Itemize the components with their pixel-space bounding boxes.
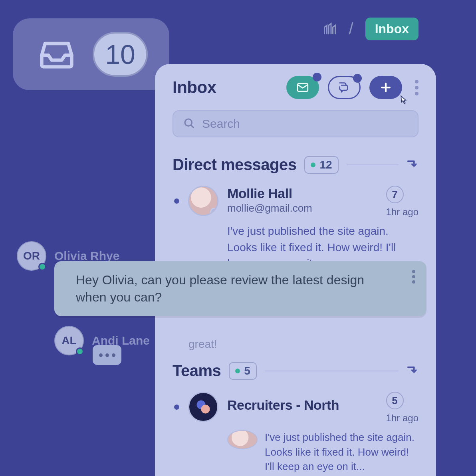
breadcrumb-current[interactable]: Inbox: [365, 18, 418, 40]
search-input[interactable]: [202, 117, 408, 131]
inbox-tray-icon: [37, 34, 77, 75]
message-more-button[interactable]: [412, 270, 415, 284]
message-time: 1hr ago: [386, 206, 418, 218]
section-title: Teams: [173, 362, 221, 380]
chat-unread-dot-icon: [353, 74, 362, 83]
collapse-arrow-icon[interactable]: [407, 158, 418, 172]
unread-count-badge: 5: [386, 392, 404, 409]
mail-unread-dot-icon: [313, 73, 321, 81]
svg-point-3: [201, 405, 210, 414]
sender-name: Mollie Hall: [227, 186, 312, 201]
team-name: Recruiters - North: [227, 397, 339, 413]
search-icon: [183, 117, 195, 131]
team-avatar[interactable]: [188, 392, 218, 422]
message-preview: I've just published the site again. Look…: [265, 430, 418, 474]
presence-dot-icon: [235, 369, 240, 373]
inbox-widget[interactable]: 10: [13, 18, 169, 90]
chat-message-text: Hey Olivia, can you please review the la…: [76, 273, 364, 304]
filter-chat-button[interactable]: [328, 76, 361, 99]
avatar-initials: OR: [17, 241, 46, 271]
presence-indicator-icon: [76, 347, 84, 355]
filter-mail-button[interactable]: [286, 76, 319, 99]
panel-title: Inbox: [173, 78, 216, 97]
team-item[interactable]: Recruiters - North 5 1hr ago I've just p…: [173, 392, 418, 474]
typing-indicator: [93, 345, 121, 365]
more-menu-button[interactable]: [415, 80, 418, 95]
breadcrumb-separator: /: [349, 20, 353, 38]
presence-dot-icon: [311, 163, 315, 167]
home-icon[interactable]: [323, 21, 337, 37]
divider: [347, 165, 399, 165]
collapse-arrow-icon[interactable]: [407, 364, 418, 378]
presence-indicator-icon: [210, 208, 218, 216]
search-field[interactable]: [173, 110, 418, 137]
divider: [265, 371, 399, 371]
unread-count-badge: 7: [386, 186, 404, 203]
unread-dot-icon: [174, 198, 179, 204]
partially-obscured-text: great!: [188, 336, 418, 353]
section-title: Direct messages: [173, 156, 296, 174]
participant-name: Olivia Rhye: [54, 249, 119, 263]
chat-message-bubble[interactable]: Hey Olivia, can you please review the la…: [54, 261, 426, 316]
avatar: [227, 430, 258, 449]
section-header-teams: Teams 5: [173, 362, 418, 380]
avatar[interactable]: [188, 186, 218, 216]
sender-email: mollie@gmail.com: [227, 202, 312, 214]
inbox-count-badge: 10: [93, 32, 148, 77]
breadcrumb: / Inbox: [323, 18, 418, 40]
presence-indicator-icon: [38, 263, 46, 271]
avatar-initials: AL: [54, 326, 84, 355]
unread-dot-icon: [174, 405, 179, 410]
teams-count-badge: 5: [229, 362, 257, 380]
message-time: 1hr ago: [386, 413, 418, 424]
section-header-direct: Direct messages 12: [173, 156, 418, 174]
direct-count-badge: 12: [304, 156, 338, 174]
new-message-button[interactable]: [369, 76, 402, 99]
cursor-pointer-icon: [397, 95, 409, 106]
